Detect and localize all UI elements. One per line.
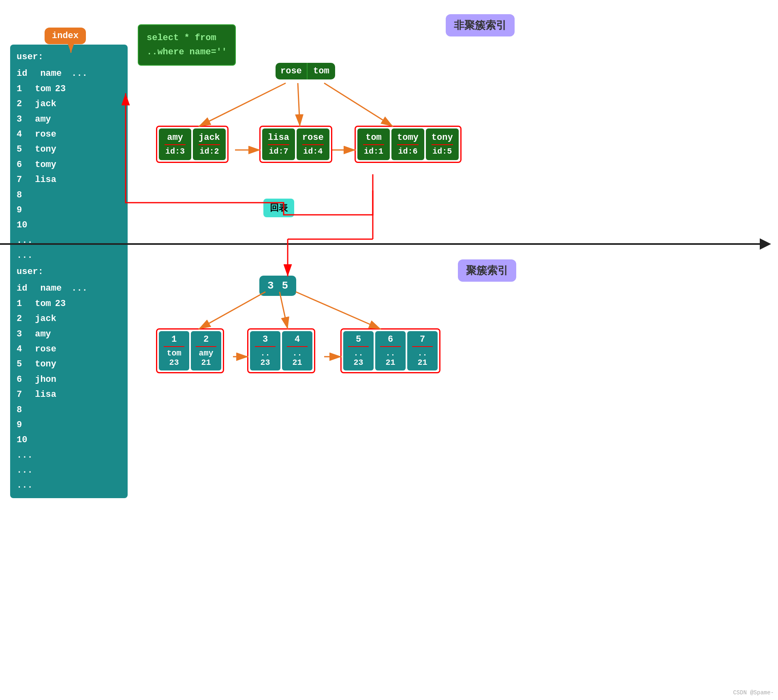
non-clustered-label: 非聚簇索引 <box>446 14 515 36</box>
table-row: 4rose <box>17 127 121 142</box>
leaf-cell-lisa: lisa id:7 <box>262 128 295 160</box>
leaf-node-1: amy id:3 jack id:2 <box>156 126 229 163</box>
cluster-cell-7: 7 .. 21 <box>407 331 438 370</box>
watermark: CSDN @Spame- <box>733 689 774 696</box>
svg-line-11 <box>296 292 381 329</box>
root-cell-rose: rose <box>276 63 307 79</box>
root-node-top: rose tom <box>276 63 335 79</box>
leaf-cell-amy: amy id:3 <box>159 128 191 160</box>
table-row: 7lisa <box>17 172 121 187</box>
cluster-leaf-1: 1 tom 23 2 amy 21 <box>156 328 224 373</box>
bottom-user-table: user: idname... 1tom23 2jack 3amy 4rose … <box>10 259 128 498</box>
huitbiao-label: 回表 <box>263 199 294 217</box>
top-user-table: user: idname... 1tom23 2jack 3amy 4rose … <box>10 45 128 283</box>
table-header: idname... <box>17 66 121 81</box>
table-title-bottom: user: <box>17 264 121 279</box>
table-row: 8 <box>17 402 121 417</box>
table-row: 9 <box>17 203 121 218</box>
leaf-cell-tomy: tomy id:6 <box>391 128 424 160</box>
cluster-cell-6: 6 .. 21 <box>375 331 406 370</box>
diagram-container: 非聚簇索引 index user: idname... 1tom23 2jack… <box>0 0 778 700</box>
table-row: 6tomy <box>17 157 121 172</box>
table-row: 2jack <box>17 96 121 111</box>
table-row: ... <box>17 478 121 493</box>
table-row: 4rose <box>17 342 121 357</box>
svg-line-4 <box>199 83 286 126</box>
table-row: ... <box>17 463 121 478</box>
cluster-cell-1: 1 tom 23 <box>159 331 189 370</box>
leaf-cell-rose: rose id:4 <box>297 128 329 160</box>
cluster-root-node: 3 5 <box>259 276 296 296</box>
root-cell-tom: tom <box>307 63 335 79</box>
leaf-cell-jack: jack id:2 <box>193 128 226 160</box>
table-row: 3amy <box>17 112 121 127</box>
cluster-cell-4: 4 .. 21 <box>282 331 312 370</box>
table-row: 7lisa <box>17 387 121 402</box>
table-row: 8 <box>17 188 121 203</box>
table-row: 5tony <box>17 142 121 157</box>
leaf-node-2: lisa id:7 rose id:4 <box>259 126 332 163</box>
svg-line-5 <box>298 83 300 126</box>
sql-box: select * from ..where name='' <box>138 24 236 66</box>
leaf-cell-tom: tom id:1 <box>357 128 390 160</box>
divider-line <box>0 243 762 245</box>
divider-arrowhead <box>760 238 771 250</box>
leaf-node-3: tom id:1 tomy id:6 tony id:5 <box>355 126 462 163</box>
cluster-cell-3: 3 .. 23 <box>250 331 280 370</box>
svg-line-9 <box>199 292 265 329</box>
cluster-cell-5: 5 .. 23 <box>343 331 374 370</box>
table-row: 1tom23 <box>17 296 121 311</box>
cluster-leaf-2: 3 .. 23 4 .. 21 <box>247 328 315 373</box>
table-row: 10 <box>17 218 121 233</box>
table-row: 5tony <box>17 357 121 372</box>
table-title: user: <box>17 49 121 64</box>
clustered-label: 聚簇索引 <box>458 259 516 282</box>
cluster-cell-2: 2 amy 21 <box>191 331 221 370</box>
table-row: 6jhon <box>17 372 121 387</box>
table-row: 1tom23 <box>17 81 121 96</box>
index-label: index <box>45 28 86 44</box>
leaf-cell-tony: tony id:5 <box>426 128 459 160</box>
table-header-bottom: idname... <box>17 281 121 296</box>
table-row: ... <box>17 448 121 463</box>
cluster-leaf-3: 5 .. 23 6 .. 21 7 .. 21 <box>340 328 440 373</box>
table-row: 9 <box>17 417 121 432</box>
table-row: 2jack <box>17 311 121 326</box>
svg-line-10 <box>280 292 288 329</box>
table-row: 3amy <box>17 327 121 342</box>
table-row: 10 <box>17 432 121 447</box>
table-row: ... <box>17 233 121 248</box>
svg-line-6 <box>324 83 393 126</box>
